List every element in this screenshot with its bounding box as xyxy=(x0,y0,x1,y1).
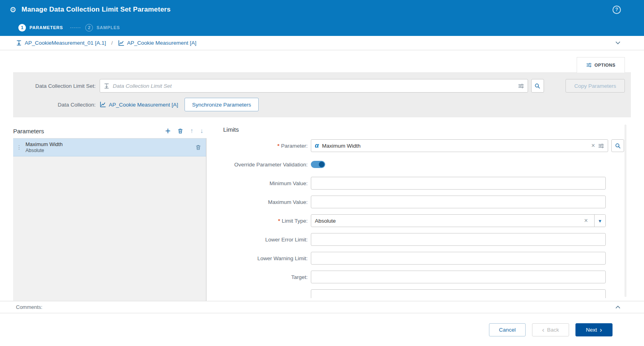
parameter-value: Maximum Width xyxy=(322,143,588,149)
next-button-label: Next xyxy=(586,327,597,333)
step-samples[interactable]: 2 SAMPLES xyxy=(85,24,120,32)
parameter-list-item[interactable]: ⋮ Maximum Width Absolute xyxy=(13,138,206,156)
parameter-control: α Maximum Width × xyxy=(311,139,624,152)
title-bar: ⚙ Manage Data Collection Limit Set Param… xyxy=(0,0,644,19)
delete-item-button[interactable] xyxy=(195,144,201,150)
clipped-row xyxy=(223,289,624,298)
override-validation-toggle[interactable] xyxy=(311,161,325,168)
dropdown-caret-button[interactable]: ▾ xyxy=(594,215,605,227)
lower-error-limit-input[interactable] xyxy=(311,233,606,246)
limit-set-field[interactable] xyxy=(100,79,528,93)
parameter-item-limit-type: Absolute xyxy=(26,148,63,153)
next-button[interactable]: Next › xyxy=(575,323,613,336)
breadcrumb-data-collection-link[interactable]: AP_Cookie Measurement [A] xyxy=(127,40,196,46)
data-collection-icon xyxy=(118,40,124,46)
parameters-actions: + ↑ ↓ xyxy=(165,127,203,136)
limit-set-search-button[interactable] xyxy=(531,79,544,93)
chevron-up-icon[interactable] xyxy=(615,304,621,310)
parameter-field[interactable]: α Maximum Width × xyxy=(311,139,608,152)
wizard-body: OPTIONS Data Collection Limit Set: xyxy=(0,50,644,301)
data-collection-link[interactable]: AP_Cookie Measurement [A] xyxy=(109,102,178,108)
limit-set-label: Data Collection Limit Set: xyxy=(19,83,96,89)
breadcrumb-separator: / xyxy=(111,40,113,46)
parameter-label: *Parameter: xyxy=(223,143,308,149)
cancel-button[interactable]: Cancel xyxy=(489,323,526,336)
required-marker: * xyxy=(278,218,280,224)
synchronize-parameters-button[interactable]: Synchronize Parameters xyxy=(185,98,259,111)
parameters-panel: Parameters + ↑ ↓ ⋮ Maximum Width xyxy=(13,124,206,301)
sliders-icon[interactable] xyxy=(598,143,604,149)
lower-warning-limit-label: Lower Warning Limit: xyxy=(223,255,308,261)
vertical-scrollbar[interactable] xyxy=(624,125,626,297)
step-connector xyxy=(70,28,80,28)
limit-set-icon xyxy=(104,83,110,89)
limit-type-dropdown[interactable]: Absolute × ▾ xyxy=(311,214,606,227)
step-number: 1 xyxy=(18,24,26,32)
maximum-value-label: Maximum Value: xyxy=(223,199,308,205)
page-title: Manage Data Collection Limit Set Paramet… xyxy=(22,6,171,14)
lower-error-limit-label: Lower Error Limit: xyxy=(223,237,308,243)
lower-warning-limit-row: Lower Warning Limit: xyxy=(223,252,624,265)
comments-label: Comments: xyxy=(16,304,42,310)
comments-bar[interactable]: Comments: xyxy=(0,301,644,313)
override-validation-control xyxy=(311,161,624,168)
manage-limit-set-window: ⚙ Manage Data Collection Limit Set Param… xyxy=(0,0,644,346)
lower-error-limit-row: Lower Error Limit: xyxy=(223,233,624,246)
limit-type-control: Absolute × ▾ xyxy=(311,214,624,227)
delete-parameter-button[interactable] xyxy=(177,128,183,134)
gear-icon: ⚙ xyxy=(10,6,16,14)
add-parameter-button[interactable]: + xyxy=(165,127,171,136)
parameter-row: *Parameter: α Maximum Width × xyxy=(223,139,624,152)
move-down-button[interactable]: ↓ xyxy=(200,128,203,134)
caret-down-icon: ▾ xyxy=(599,218,601,224)
target-input[interactable] xyxy=(311,271,606,283)
help-button[interactable]: ? xyxy=(613,6,621,14)
chevron-down-icon[interactable] xyxy=(615,40,621,46)
clipped-input[interactable] xyxy=(311,289,606,298)
override-validation-row: Override Parameter Validation: xyxy=(223,158,624,171)
limit-set-row: Data Collection Limit Set: Copy Paramete… xyxy=(19,79,625,93)
limit-set-input[interactable] xyxy=(113,83,515,89)
parameter-item-text: Maximum Width Absolute xyxy=(26,141,63,153)
step-label: SAMPLES xyxy=(96,25,120,30)
drag-handle-icon[interactable]: ⋮ xyxy=(16,144,22,150)
options-tab-label: OPTIONS xyxy=(595,63,615,67)
parameter-search-button[interactable] xyxy=(611,139,624,152)
breadcrumb: AP_CookieMeasurement_01 [A.1] / AP_Cooki… xyxy=(0,36,644,50)
minimum-value-row: Minimum Value: xyxy=(223,177,624,190)
copy-parameters-button[interactable]: Copy Parameters xyxy=(565,79,625,93)
limits-panel: Limits *Parameter: α Maximum Width × xyxy=(223,124,631,298)
step-number: 2 xyxy=(85,24,93,32)
step-parameters[interactable]: 1 PARAMETERS xyxy=(18,24,63,32)
parameter-label-text: Parameter: xyxy=(281,143,308,149)
parameters-title: Parameters xyxy=(13,128,44,134)
back-button[interactable]: ‹ Back xyxy=(532,323,569,336)
data-collection-row: Data Collection: AP_Cookie Measurement [… xyxy=(19,98,625,111)
parameters-toolbar: Parameters + ↑ ↓ xyxy=(13,124,206,138)
limit-set-icon xyxy=(16,40,22,46)
data-collection-icon xyxy=(100,101,106,108)
lower-warning-limit-input[interactable] xyxy=(311,252,606,265)
move-up-button[interactable]: ↑ xyxy=(190,128,193,134)
footer-actions: Cancel ‹ Back Next › xyxy=(0,313,644,346)
sliders-icon[interactable] xyxy=(518,83,524,89)
parameter-alpha-icon: α xyxy=(315,142,319,149)
limit-type-label: *Limit Type: xyxy=(223,218,308,224)
options-tab[interactable]: OPTIONS xyxy=(577,57,625,73)
chevron-left-icon: ‹ xyxy=(542,326,544,333)
clear-icon[interactable]: × xyxy=(584,217,588,224)
limit-type-row: *Limit Type: Absolute × ▾ xyxy=(223,214,624,227)
breadcrumb-limit-set-link[interactable]: AP_CookieMeasurement_01 [A.1] xyxy=(25,40,106,46)
clear-icon[interactable]: × xyxy=(591,142,595,149)
parameters-list: ⋮ Maximum Width Absolute xyxy=(13,138,206,301)
maximum-value-input[interactable] xyxy=(311,196,606,208)
step-label: PARAMETERS xyxy=(29,25,63,30)
override-validation-label: Override Parameter Validation: xyxy=(223,162,308,168)
minimum-value-input[interactable] xyxy=(311,177,606,190)
target-row: Target: xyxy=(223,271,624,283)
panels-area: Parameters + ↑ ↓ ⋮ Maximum Width xyxy=(13,124,631,301)
parameter-item-name: Maximum Width xyxy=(26,141,63,147)
limit-type-value: Absolute xyxy=(315,218,581,224)
limit-type-label-text: Limit Type: xyxy=(282,218,308,224)
limits-title: Limits xyxy=(223,126,624,133)
